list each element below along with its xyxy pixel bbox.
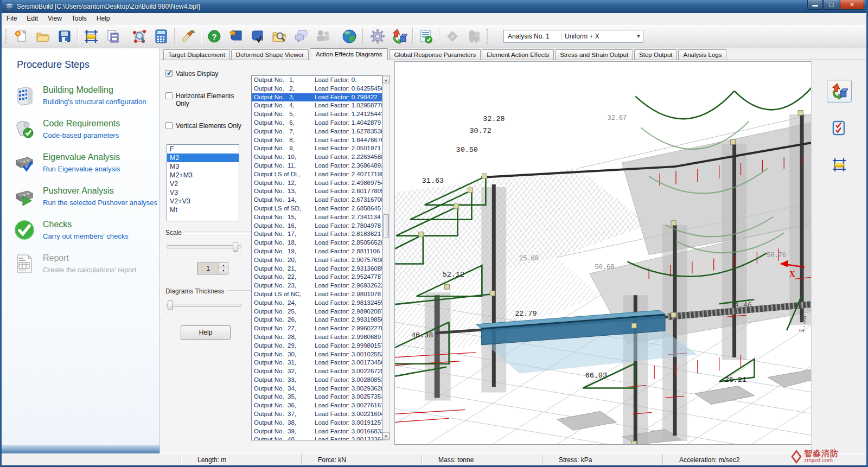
output-row[interactable]: Output No. 9, Load Factor: 2.0501971 — [252, 144, 382, 153]
output-row[interactable]: Output No. 29, Load Factor: 2.99980157 — [252, 342, 382, 350]
output-row[interactable]: Output No. 37, Load Factor: 3.00221604 — [252, 410, 382, 419]
output-row[interactable]: Output No. 30, Load Factor: 3.00102553 — [252, 350, 382, 359]
sidebar-step-code-requirements[interactable]: Code Requirements Code-based parameters — [14, 118, 159, 140]
tab[interactable]: Stress and Strain Output — [555, 49, 633, 60]
settings-gear-icon[interactable] — [367, 26, 388, 47]
tab[interactable]: Element Action Effects — [482, 49, 554, 60]
sidebar-step-checks[interactable]: Checks Carry out members' checks — [14, 219, 159, 241]
diagram-type-item[interactable]: M2 — [167, 153, 239, 162]
output-row[interactable]: Output No. 40, Load Factor: 3.00133364 — [252, 436, 382, 440]
output-row[interactable]: Output No. 6, Load Factor: 1.4042879 — [252, 119, 382, 127]
help-button[interactable]: Help — [181, 325, 231, 340]
output-row[interactable]: Output No. 4, Load Factor: 1.02958779 — [252, 101, 382, 110]
output-row[interactable]: Output No. 32, Load Factor: 3.00226725 — [252, 367, 382, 376]
checkbox[interactable]: Values Display — [165, 70, 241, 78]
run-pushover-icon[interactable] — [827, 80, 852, 103]
checkbox-box[interactable] — [165, 92, 173, 99]
run-pushover-icon[interactable] — [388, 26, 410, 47]
output-row[interactable]: Output No. 18, Load Factor: 2.85056528 — [252, 239, 382, 247]
thickness-slider-thumb[interactable] — [168, 300, 173, 310]
output-list-scrollbar[interactable]: ▲ ▼ — [382, 75, 390, 440]
tab[interactable]: Target Displacement — [163, 49, 230, 60]
menu-item[interactable]: File — [2, 14, 22, 23]
scale-slider[interactable] — [167, 242, 241, 253]
sidebar-step-pushover[interactable]: Pushover Analysis Run the selected Pusho… — [14, 185, 159, 207]
scrollbar-thumb[interactable] — [383, 214, 389, 238]
output-row[interactable]: Output No. 38, Load Factor: 3.00191257 — [252, 419, 382, 427]
analysis-combobox[interactable]: Analysis No. 1 Uniform + X ▼ — [503, 30, 643, 43]
user-manual-icon[interactable] — [225, 26, 247, 47]
checkbox[interactable]: Vertical Elements Only — [165, 122, 241, 130]
sidebar-step-building-modelling[interactable]: Building Modelling Building's structural… — [14, 85, 159, 106]
output-row[interactable]: Output No. 35, Load Factor: 3.00257353 — [252, 393, 382, 401]
step-output-icon[interactable] — [415, 26, 437, 47]
output-row[interactable]: Output No. 39, Load Factor: 3.00166833 — [252, 427, 382, 436]
tutorial-icon[interactable] — [247, 26, 269, 47]
building-modeller-icon[interactable] — [80, 26, 102, 47]
report-icon[interactable] — [102, 26, 124, 47]
output-row[interactable]: Output No. 36, Load Factor: 3.00276167 — [252, 401, 382, 410]
diagram-type-item[interactable]: V2+V3 — [167, 197, 239, 206]
display-options-icon[interactable] — [177, 26, 199, 47]
section-frame-icon[interactable] — [827, 153, 852, 176]
open-project-icon[interactable] — [32, 26, 54, 47]
thickness-slider-track[interactable] — [167, 304, 241, 307]
output-row[interactable]: Output LS of DL, Load Factor: 2.40717195 — [252, 170, 382, 179]
output-row[interactable]: Output No. 5, Load Factor: 1.24125441 — [252, 110, 382, 119]
output-row[interactable]: Output No. 23, Load Factor: 2.96932622 — [252, 282, 382, 290]
website-globe-icon[interactable] — [339, 26, 360, 47]
diagram-type-item[interactable]: M2+M3 — [167, 171, 239, 180]
output-row[interactable]: Output No. 16, Load Factor: 2.7804978 — [252, 222, 382, 231]
checkbox-box[interactable] — [165, 70, 173, 77]
3d-plot-icon[interactable] — [129, 26, 150, 47]
forum-icon[interactable] — [290, 26, 312, 47]
output-row[interactable]: Output No. 28, Load Factor: 2.9980689 — [252, 333, 382, 342]
close-button[interactable]: ✕ — [840, 0, 864, 10]
tab[interactable]: Global Response Parameters — [389, 49, 481, 60]
diagram-type-item[interactable]: V2 — [167, 180, 239, 188]
checkbox[interactable]: Horizontal Elements Only — [165, 92, 241, 107]
scale-slider-track[interactable] — [167, 245, 241, 248]
tab[interactable]: Step Output — [634, 49, 677, 60]
facebook-icon-disabled[interactable] — [312, 26, 334, 47]
output-row[interactable]: Output No. 13, Load Factor: 2.60177805 — [252, 187, 382, 196]
thickness-slider[interactable] — [167, 300, 241, 311]
diamond-icon-disabled[interactable] — [442, 26, 463, 47]
diagram-type-item[interactable]: Mt — [167, 206, 239, 214]
output-row[interactable]: Output No. 26, Load Factor: 2.99319856 — [252, 316, 382, 324]
output-row[interactable]: Output No. 31, Load Factor: 3.00173456 — [252, 359, 382, 367]
checks-list-icon[interactable] — [827, 117, 852, 139]
model-icon-disabled[interactable] — [463, 26, 485, 47]
output-row[interactable]: Output No. 24, Load Factor: 2.98132455 — [252, 299, 382, 308]
output-row[interactable]: Output LS of SD, Load Factor: 2.6858645 — [252, 204, 382, 213]
output-row[interactable]: Output No. 14, Load Factor: 2.67316708 — [252, 196, 382, 204]
diagram-type-item[interactable]: V3 — [167, 188, 239, 197]
maximize-button[interactable]: ▢ — [824, 0, 839, 10]
new-project-icon[interactable] — [10, 26, 32, 47]
help-icon[interactable]: ? — [203, 26, 225, 47]
output-row[interactable]: Output No. 10, Load Factor: 2.22634588 — [252, 153, 382, 162]
spinner-up-icon[interactable]: ▲ — [219, 263, 228, 268]
viewer-3d[interactable]: 31.63 30.50 30.72 32.28 32.67 52.12 22.7… — [394, 61, 813, 445]
output-row[interactable]: Output No. 20, Load Factor: 2.90757698 — [252, 256, 382, 265]
output-row[interactable]: Output No. 17, Load Factor: 2.81836217 — [252, 230, 382, 239]
menu-item[interactable]: View — [43, 14, 67, 23]
output-row[interactable]: Output LS of NC, Load Factor: 2.9801078 — [252, 290, 382, 299]
output-row[interactable]: Output No. 1, Load Factor: 0. — [252, 76, 382, 85]
output-row[interactable]: Output No. 7, Load Factor: 1.62783538 — [252, 127, 382, 136]
scroll-up-icon[interactable]: ▲ — [382, 76, 390, 84]
output-row[interactable]: Output No. 27, Load Factor: 2.99602278 — [252, 324, 382, 333]
chevron-down-icon[interactable]: ▼ — [634, 34, 643, 39]
output-row[interactable]: Output No. 33, Load Factor: 3.00280853 — [252, 376, 382, 385]
tab[interactable]: Analysis Logs — [678, 49, 726, 60]
output-row[interactable]: Output No. 3, Load Factor: 0.798422 — [252, 93, 382, 102]
scale-slider-thumb[interactable] — [233, 242, 238, 252]
tab[interactable]: Action Effects Diagrams — [310, 48, 388, 60]
spinner-down-icon[interactable]: ▼ — [219, 268, 228, 274]
checkbox-box[interactable] — [165, 122, 173, 129]
scale-spinner[interactable]: 1 ▲▼ — [197, 263, 228, 274]
output-row[interactable]: Output No. 25, Load Factor: 2.98902087 — [252, 308, 382, 316]
minimize-button[interactable]: ▬ — [807, 0, 823, 10]
toolbar-grip[interactable] — [487, 29, 489, 44]
output-row[interactable]: Output No. 15, Load Factor: 2.7341134 — [252, 213, 382, 222]
